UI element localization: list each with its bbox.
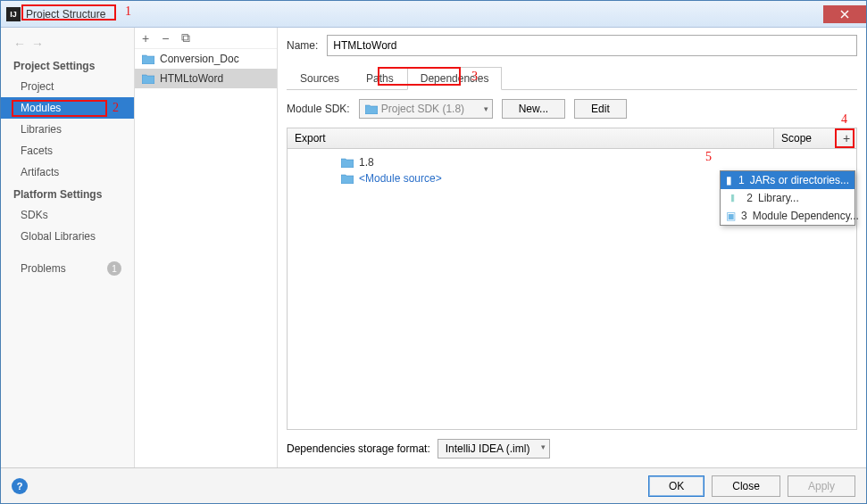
sdk-row: Module SDK: Project SDK (1.8) ▾ New... E… [287, 90, 857, 128]
sidebar-item-project[interactable]: Project [1, 76, 134, 97]
chevron-down-icon: ▾ [484, 104, 488, 113]
sidebar-item-global-libraries[interactable]: Global Libraries [1, 226, 134, 247]
popup-item-index: 1 [738, 174, 745, 186]
name-row: Name: [287, 35, 857, 56]
module-item-label: HTMLtoWord [160, 72, 223, 85]
popup-item-index: 2 [744, 192, 753, 204]
main-pane: Name: Sources Paths Dependencies Module … [278, 28, 866, 467]
dependency-label: <Module source> [359, 172, 442, 185]
popup-item-index: 3 [741, 210, 747, 222]
content: ← → Project Settings Project Modules Lib… [1, 28, 866, 467]
dialog-footer: ? OK Close Apply [1, 467, 866, 503]
sidebar-item-sdks[interactable]: SDKs [1, 204, 134, 226]
tab-dependencies[interactable]: Dependencies [407, 67, 503, 90]
nav-toolbar: ← → [1, 33, 134, 54]
col-export[interactable]: Export [288, 128, 774, 148]
close-button[interactable]: Close [712, 475, 780, 497]
module-folder-icon [142, 54, 154, 64]
sdk-folder-icon [365, 103, 378, 114]
col-scope[interactable]: Scope [774, 128, 837, 148]
storage-format-select[interactable]: IntelliJ IDEA (.iml) ▾ [438, 439, 551, 459]
module-list-pane: + − ⧉ Conversion_Doc HTMLtoWord [135, 28, 278, 467]
module-toolbar: + − ⧉ [135, 28, 277, 49]
nav-back-icon[interactable]: ← [13, 37, 26, 51]
add-dependency-button[interactable]: + [837, 128, 856, 148]
module-item[interactable]: Conversion_Doc [135, 49, 277, 69]
module-dep-icon: ▣ [726, 210, 736, 222]
popup-item-library[interactable]: ⦀ 2 Library... [721, 189, 854, 207]
source-folder-icon [341, 173, 354, 184]
sidebar-item-artifacts[interactable]: Artifacts [1, 161, 134, 183]
dependency-label: 1.8 [359, 156, 374, 169]
sidebar-item-modules[interactable]: Modules [1, 97, 134, 119]
edit-sdk-button[interactable]: Edit [574, 99, 627, 119]
name-label: Name: [287, 39, 318, 52]
popup-item-jars[interactable]: ▮ 1 JARs or directories... [721, 171, 854, 189]
module-name-input[interactable] [327, 35, 857, 56]
add-dependency-popup: ▮ 1 JARs or directories... ⦀ 2 Library..… [720, 170, 855, 226]
apply-button[interactable]: Apply [788, 475, 855, 497]
chevron-down-icon: ▾ [541, 442, 546, 451]
popup-item-label: Library... [758, 192, 799, 204]
storage-row: Dependencies storage format: IntelliJ ID… [287, 439, 857, 467]
nav-arrows: ← → [13, 37, 44, 51]
module-item-label: Conversion_Doc [160, 53, 239, 65]
module-item[interactable]: HTMLtoWord [135, 69, 277, 88]
platform-settings-header: Platform Settings [1, 183, 134, 204]
module-sdk-label: Module SDK: [287, 103, 350, 115]
module-tabs: Sources Paths Dependencies [287, 67, 857, 90]
sidebar-item-problems[interactable]: Problems 1 [1, 256, 134, 281]
window-buttons [822, 5, 866, 23]
popup-item-label: JARs or directories... [750, 174, 849, 186]
storage-label: Dependencies storage format: [287, 442, 430, 455]
tab-paths[interactable]: Paths [353, 67, 407, 89]
titlebar: IJ Project Structure [1, 1, 866, 28]
storage-format-value: IntelliJ IDEA (.iml) [446, 442, 530, 455]
nav-forward-icon[interactable]: → [31, 37, 44, 51]
tab-sources[interactable]: Sources [287, 67, 353, 89]
help-button[interactable]: ? [12, 478, 28, 494]
popup-item-label: Module Dependency... [753, 210, 859, 222]
module-sdk-select[interactable]: Project SDK (1.8) ▾ [359, 99, 493, 119]
problems-label: Problems [21, 262, 66, 275]
window-title: Project Structure [26, 8, 822, 21]
copy-module-icon[interactable]: ⧉ [181, 30, 190, 45]
window-close-button[interactable] [823, 5, 866, 23]
popup-item-module-dependency[interactable]: ▣ 3 Module Dependency... [721, 207, 854, 225]
module-folder-icon [142, 73, 154, 84]
app-icon: IJ [6, 7, 21, 21]
dependencies-header: Export Scope + [288, 128, 856, 149]
jdk-folder-icon [341, 157, 354, 168]
project-settings-header: Project Settings [1, 54, 134, 76]
module-list: Conversion_Doc HTMLtoWord [135, 49, 277, 467]
ok-button[interactable]: OK [648, 475, 704, 497]
library-icon: ⦀ [726, 192, 738, 204]
sidebar: ← → Project Settings Project Modules Lib… [1, 28, 135, 467]
jar-icon: ▮ [726, 174, 733, 186]
sidebar-item-libraries[interactable]: Libraries [1, 119, 134, 140]
project-structure-dialog: IJ Project Structure ← → Project Setting… [0, 0, 867, 504]
problems-count-badge: 1 [107, 261, 121, 276]
add-module-icon[interactable]: + [142, 31, 149, 45]
dependency-row[interactable]: 1.8 [295, 154, 849, 170]
module-sdk-value: Project SDK (1.8) [381, 103, 464, 115]
remove-module-icon[interactable]: − [162, 31, 169, 45]
new-sdk-button[interactable]: New... [502, 99, 565, 119]
sidebar-item-facets[interactable]: Facets [1, 140, 134, 161]
